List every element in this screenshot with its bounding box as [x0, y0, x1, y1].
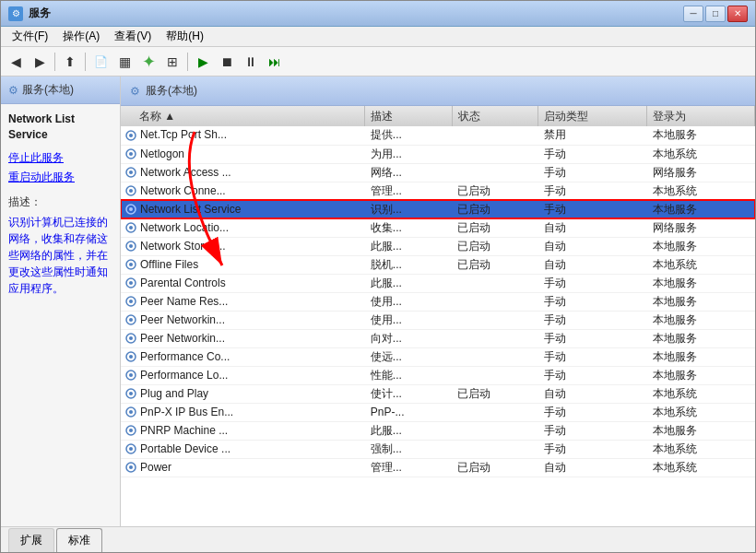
cell-status: 已启动 [452, 218, 537, 237]
table-row[interactable]: Portable Device ...强制...手动本地系统 [121, 440, 755, 458]
table-row[interactable]: Performance Co...使远...手动本地服务 [121, 347, 755, 366]
menu-help[interactable]: 帮助(H) [159, 27, 211, 46]
table-row[interactable]: Peer Networkin...使用...手动本地服务 [121, 311, 755, 329]
table-row[interactable]: PNRP Machine ...此服...手动本地服务 [121, 421, 755, 440]
service-name-text: Net.Tcp Port Sh... [140, 128, 227, 141]
minimize-button[interactable]: ─ [683, 6, 703, 22]
restart-button[interactable]: ⏭ [264, 51, 286, 73]
main-content: ⚙ 服务(本地) Network List Service 停止此服务 重启动此… [1, 76, 755, 526]
menu-action[interactable]: 操作(A) [55, 27, 107, 46]
back-button[interactable]: ◀ [5, 51, 27, 73]
forward-button[interactable]: ▶ [29, 51, 51, 73]
service-name-text: Peer Networkin... [140, 313, 225, 326]
menu-view[interactable]: 查看(V) [107, 27, 159, 46]
table-row[interactable]: Network Access ...网络...手动网络服务 [121, 163, 755, 182]
cell-login: 本地系统 [647, 255, 755, 274]
col-login[interactable]: 登录为 [647, 106, 755, 126]
cell-name: Parental Controls [121, 274, 365, 292]
service-name-text: PnP-X IP Bus En... [140, 406, 233, 418]
table-row[interactable]: Net.Tcp Port Sh...提供...禁用本地服务 [121, 126, 755, 145]
cell-name: PNRP Machine ... [121, 421, 365, 440]
col-name[interactable]: 名称 ▲ [121, 106, 365, 126]
stop-service-link[interactable]: 停止此服务 [8, 150, 112, 166]
table-row[interactable]: Network Conne...管理...已启动手动本地系统 [121, 182, 755, 200]
service-name-text: PNRP Machine ... [140, 424, 228, 437]
cell-desc: 使用... [365, 311, 453, 329]
cell-status [452, 145, 537, 163]
tab-expand[interactable]: 扩展 [8, 528, 54, 552]
table-row[interactable]: Network List Service识别...已启动手动本地服务 [121, 200, 755, 218]
menu-bar: 文件(F) 操作(A) 查看(V) 帮助(H) [1, 27, 755, 47]
show-hide-button[interactable]: 📄 [89, 51, 112, 73]
table-header-row: 名称 ▲ 描述 状态 启动类型 登录为 [121, 106, 755, 126]
cell-name: Peer Networkin... [121, 311, 365, 329]
right-panel-title: 服务(本地) [146, 83, 197, 99]
list-button[interactable]: ▦ [113, 51, 136, 73]
table-row[interactable]: Network Store I...此服...已启动自动本地服务 [121, 237, 755, 255]
cell-name: Offline Files [121, 255, 365, 274]
cell-name: Performance Co... [121, 347, 365, 366]
cell-status [452, 347, 537, 366]
svg-point-12 [129, 226, 133, 229]
pause-button[interactable]: ⏸ [240, 51, 262, 73]
gear-icon-right: ⚙ [130, 85, 140, 98]
cell-login: 本地系统 [647, 384, 755, 403]
cell-status: 已启动 [452, 458, 537, 477]
svg-point-30 [129, 392, 133, 395]
cell-login: 网络服务 [647, 163, 755, 182]
service-name-text: Network Store I... [140, 240, 226, 253]
maximize-button[interactable]: □ [705, 6, 726, 22]
toolbar-separator-1 [54, 53, 55, 71]
cell-desc: 使远... [365, 347, 453, 366]
service-name-text: Netlogon [140, 147, 184, 160]
table-row[interactable]: Peer Networkin...向对...手动本地服务 [121, 329, 755, 347]
svg-point-34 [129, 429, 133, 432]
cell-startup: 自动 [538, 237, 647, 255]
cell-status: 已启动 [452, 182, 537, 200]
table-row[interactable]: Power管理...已启动自动本地系统 [121, 458, 755, 477]
service-name-text: Performance Lo... [140, 369, 228, 382]
col-desc[interactable]: 描述 [365, 106, 453, 126]
cell-name: Peer Networkin... [121, 329, 365, 347]
service-icon [124, 221, 137, 234]
detail-button[interactable]: ✦ [137, 51, 159, 73]
table-row[interactable]: Offline Files脱机...已启动自动本地系统 [121, 255, 755, 274]
cell-startup: 手动 [538, 366, 647, 384]
tab-standard[interactable]: 标准 [56, 528, 102, 552]
left-panel: ⚙ 服务(本地) Network List Service 停止此服务 重启动此… [1, 76, 121, 526]
cell-startup: 手动 [538, 440, 647, 458]
main-window: ⚙ 服务 ─ □ ✕ 文件(F) 操作(A) 查看(V) 帮助(H) ◀ ▶ ⬆… [0, 0, 756, 553]
table-row[interactable]: Performance Lo...性能...手动本地服务 [121, 366, 755, 384]
table-row[interactable]: Network Locatio...收集...已启动自动网络服务 [121, 218, 755, 237]
service-icon [124, 313, 137, 326]
table-row[interactable]: Peer Name Res...使用...手动本地服务 [121, 292, 755, 311]
cell-name: Power [121, 458, 365, 477]
services-table-container[interactable]: 名称 ▲ 描述 状态 启动类型 登录为 Net.Tcp Port Sh...提供… [121, 106, 755, 526]
cell-name: Portable Device ... [121, 440, 365, 458]
cell-desc: 为用... [365, 145, 453, 163]
cell-status [452, 421, 537, 440]
service-name-text: Network List Service [140, 203, 241, 216]
service-name-text: Peer Networkin... [140, 332, 225, 345]
custom-button[interactable]: ⊞ [161, 51, 183, 73]
cell-desc: 性能... [365, 366, 453, 384]
cell-login: 本地服务 [647, 366, 755, 384]
cell-desc: 此服... [365, 274, 453, 292]
service-name-text: Portable Device ... [140, 442, 230, 455]
table-row[interactable]: PnP-X IP Bus En...PnP-...手动本地系统 [121, 403, 755, 421]
play-button[interactable]: ▶ [192, 51, 214, 73]
col-startup[interactable]: 启动类型 [538, 106, 647, 126]
col-status[interactable]: 状态 [452, 106, 537, 126]
stop-button[interactable]: ⏹ [216, 51, 238, 73]
services-table-body: Net.Tcp Port Sh...提供...禁用本地服务 Netlogon为用… [121, 126, 755, 477]
table-row[interactable]: Plug and Play使计...已启动自动本地系统 [121, 384, 755, 403]
table-row[interactable]: Parental Controls此服...手动本地服务 [121, 274, 755, 292]
cell-name: Plug and Play [121, 384, 365, 403]
restart-service-link[interactable]: 重启动此服务 [8, 170, 112, 185]
table-row[interactable]: Netlogon为用...手动本地系统 [121, 145, 755, 163]
gear-icon: ⚙ [8, 84, 18, 97]
up-button[interactable]: ⬆ [59, 51, 81, 73]
menu-file[interactable]: 文件(F) [5, 27, 55, 46]
close-button[interactable]: ✕ [727, 6, 748, 22]
cell-login: 本地服务 [647, 292, 755, 311]
